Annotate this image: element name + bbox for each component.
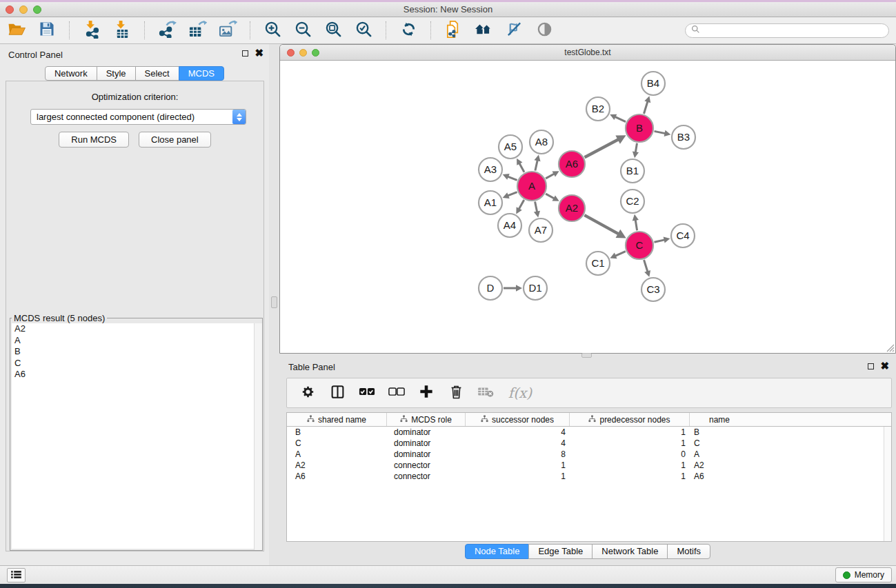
zoom-fit-button[interactable] — [319, 19, 347, 41]
edge-A-A7[interactable] — [534, 202, 540, 218]
close-panel-icon[interactable]: ✖ — [255, 49, 263, 57]
function-button[interactable]: f(x) — [506, 383, 534, 403]
result-item-B[interactable]: B — [12, 346, 261, 358]
cell[interactable]: 1 — [570, 438, 690, 449]
export-table-button[interactable] — [183, 19, 211, 41]
cell[interactable]: connector — [387, 471, 466, 482]
column-header-shared-name[interactable]: shared name — [287, 413, 387, 426]
search-box[interactable] — [685, 23, 889, 38]
select-all-button[interactable] — [358, 383, 376, 403]
cell[interactable]: A2 — [690, 460, 749, 471]
node-C4[interactable]: C4 — [671, 224, 695, 247]
resize-grip-icon[interactable] — [885, 343, 895, 352]
task-history-button[interactable] — [7, 568, 26, 582]
node-C2[interactable]: C2 — [621, 190, 644, 213]
zoom-selected-button[interactable] — [350, 19, 377, 41]
tab-style[interactable]: Style — [97, 66, 136, 81]
cell[interactable]: A — [287, 449, 387, 460]
export-image-button[interactable] — [214, 19, 241, 41]
optimization-criterion-select[interactable]: largest connected component (directed) — [30, 109, 246, 125]
edge-D-D1[interactable] — [504, 285, 522, 291]
zoom-out-button[interactable] — [289, 19, 317, 41]
node-A4[interactable]: A4 — [498, 214, 521, 237]
cell[interactable]: A — [690, 449, 749, 460]
edge-A-A8[interactable] — [534, 155, 540, 171]
column-header-name[interactable]: name — [690, 413, 749, 426]
tab-network[interactable]: Network — [45, 66, 97, 81]
deselect-all-button[interactable] — [388, 383, 406, 403]
tab-select[interactable]: Select — [135, 66, 179, 81]
cell[interactable]: 1 — [466, 460, 570, 471]
network-canvas[interactable]: B4B2BB3A5A8A6B1A3AC2A1A2A4A7C4CC1DD1C3 — [280, 61, 895, 353]
node-A7[interactable]: A7 — [529, 219, 552, 242]
tab-mcds[interactable]: MCDS — [179, 66, 224, 81]
delete-button[interactable] — [447, 383, 465, 403]
cell[interactable]: 4 — [466, 427, 570, 438]
edge-C-C2[interactable] — [633, 214, 639, 230]
edge-B-B4[interactable] — [644, 96, 650, 114]
column-header-successor-nodes[interactable]: successor nodes — [466, 413, 570, 426]
close-table-panel-icon[interactable]: ✖ — [880, 362, 889, 370]
cell[interactable]: C — [690, 438, 749, 449]
cell[interactable]: A6 — [287, 471, 387, 482]
node-B1[interactable]: B1 — [621, 159, 644, 183]
cell[interactable]: 8 — [466, 449, 570, 460]
tab-motifs[interactable]: Motifs — [667, 544, 710, 559]
save-session-button[interactable] — [33, 19, 61, 41]
cell[interactable]: A2 — [287, 460, 387, 471]
result-item-A[interactable]: A — [12, 335, 261, 347]
cell[interactable]: dominator — [387, 427, 466, 438]
close-panel-button[interactable]: Close panel — [139, 132, 211, 148]
tab-network-table[interactable]: Network Table — [592, 544, 668, 559]
edge-C-C3[interactable] — [644, 260, 651, 277]
edge-B-B3[interactable] — [655, 130, 671, 136]
edge-C-C4[interactable] — [654, 237, 670, 243]
home-button[interactable] — [470, 19, 497, 41]
cell[interactable]: A6 — [690, 471, 749, 482]
cell[interactable]: dominator — [387, 438, 466, 449]
edge-B-B2[interactable] — [610, 114, 626, 122]
cell[interactable]: connector — [387, 460, 466, 471]
node-A5[interactable]: A5 — [499, 135, 522, 159]
import-table-button[interactable] — [108, 19, 136, 41]
float-panel-icon[interactable] — [242, 50, 248, 57]
edge-A6-B[interactable] — [585, 135, 626, 157]
import-network-button[interactable] — [78, 19, 106, 41]
edge-A2-C[interactable] — [584, 215, 626, 238]
node-C[interactable]: C — [626, 232, 653, 259]
result-item-A2[interactable]: A2 — [12, 323, 261, 335]
node-A6[interactable]: A6 — [559, 151, 585, 177]
edge-A-A2[interactable] — [546, 194, 559, 201]
node-A8[interactable]: A8 — [530, 130, 553, 154]
table-row[interactable]: A2connector11A2 — [287, 460, 891, 471]
edge-A-A6[interactable] — [546, 171, 559, 179]
delete-table-button[interactable] — [477, 383, 495, 403]
node-A[interactable]: A — [517, 172, 546, 201]
memory-button[interactable]: Memory — [835, 567, 892, 582]
table-row[interactable]: Adominator80A — [287, 449, 891, 460]
node-B3[interactable]: B3 — [672, 125, 695, 149]
export-network-button[interactable] — [153, 19, 181, 41]
node-D[interactable]: D — [479, 276, 502, 300]
edge-A-A5[interactable] — [517, 159, 524, 172]
cell[interactable]: dominator — [387, 449, 466, 460]
panel-divider-grip[interactable] — [271, 296, 277, 308]
node-A1[interactable]: A1 — [479, 191, 502, 214]
result-item-C[interactable]: C — [12, 358, 261, 369]
table-row[interactable]: A6connector11A6 — [287, 471, 891, 482]
search-input[interactable] — [704, 26, 883, 35]
result-scrollbar[interactable] — [254, 323, 262, 550]
zoom-in-button[interactable] — [259, 19, 286, 41]
tab-node-table[interactable]: Node Table — [465, 544, 530, 559]
node-B[interactable]: B — [626, 114, 653, 142]
node-B2[interactable]: B2 — [586, 97, 610, 121]
cell[interactable]: C — [287, 438, 387, 449]
node-D1[interactable]: D1 — [524, 276, 547, 300]
open-session-button[interactable] — [3, 19, 30, 41]
node-C1[interactable]: C1 — [586, 252, 610, 275]
cell[interactable]: 4 — [466, 438, 570, 449]
tab-edge-table[interactable]: Edge Table — [528, 544, 593, 559]
cell[interactable]: 1 — [570, 427, 690, 438]
table-row[interactable]: Cdominator41C — [287, 438, 891, 449]
network-documents-button[interactable] — [439, 19, 467, 41]
